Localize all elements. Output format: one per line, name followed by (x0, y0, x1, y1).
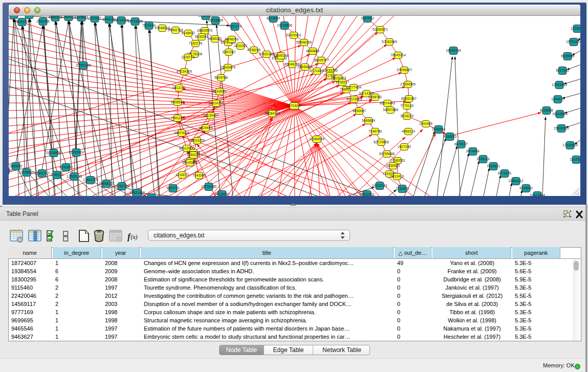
svg-text:5098393: 5098393 (225, 37, 238, 41)
svg-text:8471676: 8471676 (498, 171, 511, 175)
svg-text:37631165: 37631165 (259, 52, 274, 56)
svg-text:87234309: 87234309 (177, 70, 192, 73)
svg-text:1244419: 1244419 (551, 97, 564, 101)
svg-text:34957885: 34957885 (383, 108, 398, 112)
svg-text:7991183: 7991183 (171, 116, 184, 120)
svg-text:6998543: 6998543 (171, 100, 184, 104)
svg-text:17016504: 17016504 (562, 143, 578, 147)
svg-text:19218506: 19218506 (277, 24, 292, 27)
svg-text:1326773: 1326773 (181, 55, 194, 59)
svg-text:4738299: 4738299 (247, 48, 260, 52)
svg-text:17080531: 17080531 (390, 159, 405, 162)
svg-text:96532871: 96532871 (359, 192, 375, 196)
svg-text:64139537: 64139537 (214, 192, 230, 196)
svg-text:1615594: 1615594 (75, 16, 88, 19)
svg-text:9600133: 9600133 (23, 16, 36, 16)
svg-text:5009788: 5009788 (214, 76, 228, 79)
svg-text:7543303: 7543303 (192, 173, 206, 177)
svg-text:53755646: 53755646 (379, 152, 395, 156)
svg-text:(x): (x) (130, 233, 138, 240)
svg-text:34624751: 34624751 (208, 101, 224, 105)
svg-text:2935114: 2935114 (476, 157, 490, 161)
svg-text:1226916: 1226916 (571, 27, 580, 30)
svg-text:0812191: 0812191 (172, 86, 186, 90)
svg-text:2087682: 2087682 (361, 16, 374, 20)
svg-text:54145868: 54145868 (182, 161, 198, 164)
svg-text:8386379: 8386379 (49, 16, 62, 19)
svg-text:93103413: 93103413 (198, 16, 213, 17)
svg-text:16648784: 16648784 (446, 49, 461, 52)
svg-text:12505135: 12505135 (67, 174, 82, 178)
svg-text:7632621: 7632621 (487, 164, 500, 168)
svg-text:13433200: 13433200 (322, 69, 338, 72)
svg-text:62729806: 62729806 (374, 140, 389, 144)
svg-text:36995777: 36995777 (314, 58, 329, 62)
svg-text:85574443: 85574443 (380, 101, 395, 105)
svg-text:3518233: 3518233 (400, 114, 413, 118)
svg-text:17359924: 17359924 (69, 150, 84, 154)
svg-text:6690967: 6690967 (353, 109, 366, 113)
svg-text:12156829: 12156829 (19, 170, 34, 174)
svg-text:1733426: 1733426 (396, 187, 409, 190)
svg-text:9529966: 9529966 (561, 54, 574, 58)
svg-text:8938923: 8938923 (443, 135, 456, 138)
svg-text:27354549: 27354549 (400, 82, 416, 86)
svg-text:7346706: 7346706 (368, 129, 382, 133)
svg-text:15692931: 15692931 (554, 126, 569, 130)
svg-text:1167533: 1167533 (570, 158, 580, 161)
svg-text:4060883: 4060883 (306, 49, 319, 53)
svg-text:15751074: 15751074 (566, 40, 580, 43)
svg-text:4192832: 4192832 (59, 165, 73, 169)
svg-text:57262849: 57262849 (382, 40, 397, 43)
svg-text:2260256: 2260256 (187, 153, 200, 157)
svg-text:18724007: 18724007 (287, 104, 302, 107)
svg-text:1491905: 1491905 (419, 122, 432, 125)
svg-text:6193990: 6193990 (213, 90, 226, 93)
svg-text:0330923: 0330923 (386, 164, 400, 167)
svg-text:87277434: 87277434 (346, 85, 361, 89)
svg-text:9474444: 9474444 (466, 149, 480, 153)
svg-text:6475255: 6475255 (9, 169, 12, 172)
svg-text:7770143: 7770143 (400, 104, 413, 107)
svg-text:7182278: 7182278 (189, 41, 202, 45)
svg-text:8115958: 8115958 (540, 108, 553, 112)
svg-text:02606474: 02606474 (220, 65, 235, 69)
svg-text:4216073: 4216073 (176, 173, 189, 177)
svg-text:51850671: 51850671 (373, 28, 388, 31)
svg-text:9245052: 9245052 (519, 186, 533, 190)
svg-text:8148932: 8148932 (182, 31, 195, 35)
svg-text:1824493: 1824493 (199, 126, 212, 129)
svg-text:1145193: 1145193 (50, 173, 63, 177)
svg-text:34874016: 34874016 (174, 131, 189, 135)
svg-text:1640954: 1640954 (432, 127, 445, 131)
svg-text:1627204: 1627204 (398, 145, 411, 148)
svg-text:29946804: 29946804 (297, 65, 313, 69)
svg-text:55698169: 55698169 (296, 40, 312, 44)
svg-text:01429401: 01429401 (286, 33, 301, 37)
svg-text:10654112: 10654112 (508, 179, 524, 183)
svg-text:10958137: 10958137 (99, 182, 114, 185)
svg-text:8721489: 8721489 (310, 69, 323, 73)
svg-text:4896383: 4896383 (208, 37, 222, 40)
svg-text:2691406: 2691406 (36, 19, 50, 23)
svg-text:9912419: 9912419 (390, 174, 404, 178)
svg-text:15716485: 15716485 (201, 185, 216, 188)
svg-text:14136141: 14136141 (372, 184, 387, 187)
svg-text:16782759: 16782759 (114, 184, 129, 188)
svg-text:10719155: 10719155 (114, 18, 129, 22)
svg-text:25135427: 25135427 (203, 114, 219, 117)
svg-text:9457791: 9457791 (166, 186, 180, 190)
svg-text:98084124: 98084124 (265, 112, 280, 115)
svg-text:16210643: 16210643 (552, 112, 568, 116)
svg-text:20206556: 20206556 (46, 151, 61, 155)
svg-text:6479197: 6479197 (454, 142, 468, 146)
svg-text:64835030: 64835030 (144, 195, 159, 196)
svg-text:16713155: 16713155 (127, 19, 143, 23)
svg-text:0433218: 0433218 (9, 16, 20, 16)
svg-text:7816184: 7816184 (142, 24, 156, 27)
svg-text:19384554: 19384554 (309, 137, 324, 141)
svg-text:7357274: 7357274 (228, 25, 242, 28)
svg-text:00524278: 00524278 (189, 139, 205, 142)
svg-text:28809570: 28809570 (197, 29, 212, 32)
svg-text:61595148: 61595148 (273, 54, 289, 57)
